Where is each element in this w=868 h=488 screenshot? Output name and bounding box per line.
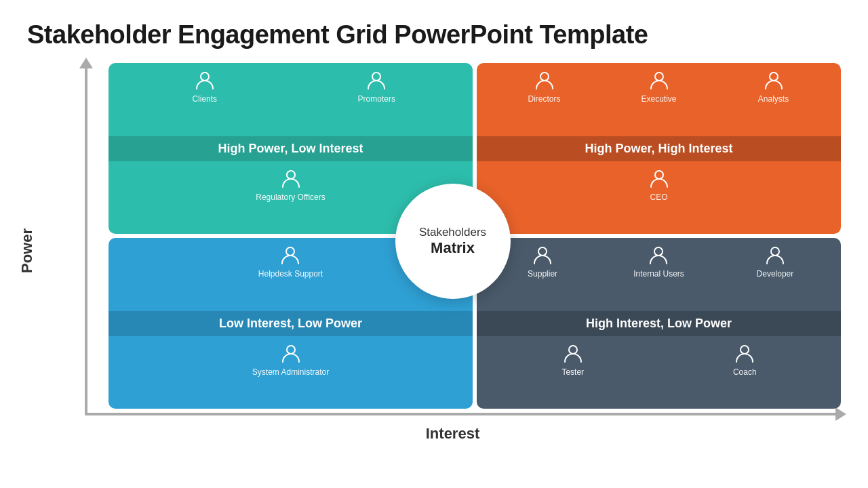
regulatory-officers-label: Regulatory Officers (256, 192, 326, 202)
x-axis-label: Interest (426, 425, 479, 443)
sysadmin-label: System Administrator (252, 367, 329, 377)
q-top-left-icons-top: Clients Promoters (108, 63, 473, 136)
icon-developer: Developer (755, 245, 795, 279)
promoters-person-icon (366, 70, 387, 92)
icon-executive: Executive (639, 70, 679, 104)
internal-users-person-icon (648, 245, 669, 266)
svg-point-12 (569, 346, 577, 354)
tester-label: Tester (561, 367, 584, 377)
center-circle: Stakeholders Matrix (395, 184, 511, 299)
sysadmin-person-icon (280, 343, 302, 365)
svg-point-8 (287, 346, 295, 354)
svg-point-11 (771, 247, 779, 256)
svg-point-5 (770, 73, 778, 81)
svg-point-0 (201, 73, 209, 81)
internal-users-label: Internal Users (633, 269, 684, 279)
q-top-right-icons-top: Directors Executive (477, 63, 841, 136)
icon-promoters: Promoters (356, 70, 397, 104)
icon-clients: Clients (184, 70, 225, 104)
icon-analysts: Analysts (753, 70, 794, 104)
supplier-label: Supplier (528, 269, 557, 279)
vertical-arrow (85, 63, 87, 415)
svg-point-2 (287, 171, 295, 179)
svg-point-4 (655, 73, 663, 81)
supplier-person-icon (532, 245, 553, 266)
svg-point-9 (538, 247, 547, 256)
helpdesk-label: Helpdesk Support (258, 269, 323, 279)
circle-line1: Stakeholders (419, 226, 486, 239)
developer-person-icon (764, 245, 786, 266)
icon-internal-users: Internal Users (633, 245, 684, 279)
icon-system-administrator: System Administrator (252, 343, 329, 377)
executive-person-icon (648, 70, 670, 92)
regulatory-officers-person-icon (280, 168, 302, 190)
directors-label: Directors (528, 94, 560, 104)
q-bottom-right-label: High Interest, Low Power (477, 311, 841, 336)
quadrant-bottom-right: Supplier Internal Users (477, 238, 841, 409)
svg-point-10 (654, 247, 663, 256)
page: Stakeholder Engagement Grid PowerPoint T… (0, 0, 868, 488)
q-bottom-right-icons-top: Supplier Internal Users (477, 238, 841, 311)
clients-label: Clients (192, 94, 217, 104)
svg-point-13 (741, 346, 749, 354)
svg-point-7 (286, 247, 294, 256)
helpdesk-person-icon (279, 245, 301, 266)
developer-label: Developer (757, 269, 794, 279)
icon-directors: Directors (524, 70, 565, 104)
icon-regulatory-officers: Regulatory Officers (256, 168, 326, 202)
quadrant-top-right: Directors Executive (477, 63, 841, 234)
svg-point-1 (372, 73, 380, 81)
tester-person-icon (562, 343, 584, 365)
analysts-person-icon (763, 70, 785, 92)
svg-point-3 (540, 73, 549, 81)
icon-tester: Tester (553, 343, 593, 377)
q-bottom-right-icons-bottom: Tester Coach (477, 336, 841, 409)
icon-helpdesk-support: Helpdesk Support (258, 245, 323, 279)
horizontal-arrow (85, 413, 841, 415)
circle-line2: Matrix (431, 239, 475, 257)
page-title: Stakeholder Engagement Grid PowerPoint T… (27, 20, 841, 49)
directors-person-icon (534, 70, 555, 92)
q-top-right-label: High Power, High Interest (477, 136, 841, 161)
icon-supplier: Supplier (522, 245, 563, 279)
svg-point-6 (655, 171, 663, 179)
y-axis-label: Power (18, 232, 36, 273)
axes-container: Interest Clients (64, 63, 841, 443)
ceo-person-icon (648, 168, 670, 190)
promoters-label: Promoters (358, 94, 395, 104)
icon-ceo: CEO (639, 168, 679, 202)
q-bottom-left-icons-bottom: System Administrator (108, 336, 473, 409)
q-bottom-left-label: Low Interest, Low Power (108, 311, 473, 336)
q-top-right-icons-bottom: CEO (477, 161, 841, 235)
icon-coach: Coach (724, 343, 765, 377)
coach-person-icon (734, 343, 755, 365)
executive-label: Executive (641, 94, 676, 104)
clients-person-icon (194, 70, 216, 92)
diagram-area: Power Interest (27, 63, 841, 443)
ceo-label: CEO (650, 192, 667, 202)
analysts-label: Analysts (758, 94, 789, 104)
q-top-left-label: High Power, Low Interest (108, 136, 473, 161)
coach-label: Coach (733, 367, 757, 377)
